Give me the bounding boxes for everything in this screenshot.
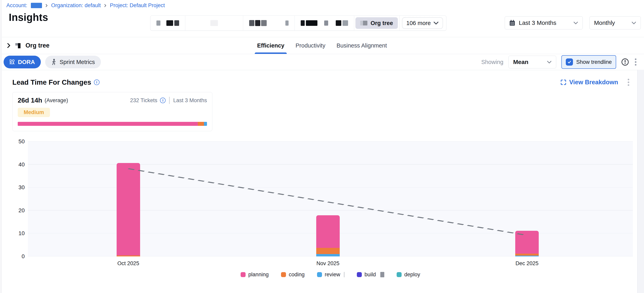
breadcrumb-project-link[interactable]: Project: Default Project	[110, 2, 165, 8]
chevron-down-icon	[632, 21, 636, 24]
page-title: Insights	[9, 11, 48, 23]
x-tick-label: Nov 2025	[316, 260, 340, 267]
header: Account: Organization: default Project: …	[0, 0, 644, 37]
content: Lead Time For Changes i View Breakdown 2…	[0, 77, 644, 293]
expand-corners-icon	[560, 79, 566, 85]
chevron-right-icon[interactable]	[7, 43, 11, 48]
redacted-block	[249, 20, 254, 26]
left-edge-gutter	[0, 0, 2, 293]
filter-group-redacted-3[interactable]	[243, 16, 295, 30]
filter-group-redacted-4[interactable]	[295, 16, 354, 30]
y-tick-label: 30	[18, 184, 25, 191]
metric-kebab-menu[interactable]	[627, 78, 630, 87]
tab-label: Productivity	[296, 42, 326, 49]
summary-qualifier: (Average)	[44, 97, 68, 104]
breadcrumb-account-link[interactable]: Account:	[6, 2, 27, 8]
tab-efficiency[interactable]: Efficiency	[256, 37, 285, 54]
redacted-block	[306, 20, 318, 26]
redacted-block	[380, 272, 384, 277]
redacted-block	[286, 20, 288, 26]
bar-segment-planning[interactable]	[515, 231, 539, 254]
legend-item-coding[interactable]: coding	[281, 272, 305, 278]
redacted-block	[166, 20, 173, 26]
more-filters-button[interactable]: 106 more	[402, 17, 443, 29]
metric-header-row: Lead Time For Changes i View Breakdown	[12, 77, 633, 87]
legend-label: review	[325, 272, 340, 278]
y-tick-label: 20	[18, 207, 25, 214]
legend-item-deploy[interactable]: deploy	[397, 272, 420, 278]
tickets-count: 232 Tickets	[130, 97, 158, 104]
summary-period: Last 3 Months	[173, 97, 207, 104]
org-tree-header[interactable]: Org tree	[7, 42, 50, 49]
legend-swatch-coding	[281, 272, 286, 277]
bar-dec-2025[interactable]	[515, 142, 539, 257]
info-icon[interactable]: i	[160, 98, 166, 103]
y-tick-label: 40	[18, 161, 25, 168]
summary-distribution-bar	[18, 122, 207, 126]
legend-item-build[interactable]: build	[357, 272, 384, 278]
sprint-metrics-pill-button[interactable]: Sprint Metrics	[45, 56, 101, 68]
walking-person-icon	[51, 59, 56, 65]
insights-page: Account: Organization: default Project: …	[0, 0, 644, 293]
filter-chip-org-tree-label: Org tree	[370, 20, 393, 26]
distribution-segment-planning	[18, 122, 198, 126]
filter-group-redacted-2[interactable]	[185, 16, 243, 30]
info-icon[interactable]: i	[94, 79, 100, 85]
metric-title-group: Lead Time For Changes i	[12, 78, 100, 86]
alert-circle-icon[interactable]	[621, 58, 629, 66]
show-trendline-toggle[interactable]: Show trendline	[562, 55, 616, 69]
distribution-segment-review	[204, 122, 207, 126]
y-tick-label: 0	[22, 253, 25, 260]
legend-swatch-deploy	[397, 272, 402, 277]
date-range-select[interactable]: Last 3 Months	[505, 16, 583, 29]
header-selects: Last 3 Months Monthly	[505, 16, 641, 29]
view-breakdown-link[interactable]: View Breakdown	[560, 79, 618, 86]
chevron-down-icon	[434, 21, 438, 25]
tab-label: Business Alignment	[336, 42, 387, 49]
chevron-right-icon	[45, 4, 48, 7]
legend-item-planning[interactable]: planning	[240, 272, 269, 278]
filter-group-redacted-1[interactable]	[150, 16, 185, 30]
summary-value: 26d 14h	[18, 97, 42, 104]
plot-area	[28, 142, 633, 257]
tab-label: Efficiency	[257, 42, 284, 49]
vertical-scrollbar[interactable]	[637, 70, 644, 293]
date-range-value: Last 3 Months	[519, 19, 556, 26]
legend-swatch-review	[317, 272, 322, 277]
legend-label: coding	[289, 272, 305, 278]
aggregation-value: Mean	[513, 59, 528, 65]
org-tree-label: Org tree	[26, 42, 50, 49]
granularity-select[interactable]: Monthly	[590, 16, 641, 29]
aggregation-select[interactable]: Mean	[508, 56, 556, 68]
x-axis: Oct 2025Nov 2025Dec 2025	[28, 257, 633, 269]
y-tick-label: 10	[18, 230, 25, 237]
view-breakdown-label: View Breakdown	[569, 79, 618, 86]
bar-segment-review[interactable]	[316, 254, 340, 257]
bar-segment-coding[interactable]	[515, 254, 539, 256]
bar-segment-planning[interactable]	[116, 163, 140, 256]
x-tick-label: Dec 2025	[516, 260, 538, 267]
toolbar-kebab-menu[interactable]	[634, 58, 637, 66]
tab-productivity[interactable]: Productivity	[295, 37, 326, 54]
breadcrumb-account-redacted	[31, 3, 42, 8]
org-tree-icon	[15, 42, 22, 49]
bar-oct-2025[interactable]	[116, 142, 140, 257]
legend-item-review[interactable]: review	[317, 272, 344, 278]
breadcrumb-organization-link[interactable]: Organization: default	[51, 2, 101, 8]
filter-chip-org-tree[interactable]: Org tree	[356, 17, 398, 29]
legend-swatch-build	[357, 272, 362, 277]
bar-segment-coding[interactable]	[316, 248, 340, 254]
toolbar-right: Showing Mean Show trendline	[481, 55, 637, 69]
checkbox-checked-icon[interactable]	[566, 58, 573, 66]
breadcrumb: Account: Organization: default Project: …	[6, 2, 165, 8]
bar-nov-2025[interactable]	[316, 142, 340, 257]
legend-label: deploy	[404, 272, 420, 278]
chevron-down-icon	[547, 61, 552, 64]
bar-segment-planning[interactable]	[316, 215, 340, 248]
distribution-segment-coding	[198, 122, 204, 126]
redacted-block	[301, 20, 305, 26]
chevron-right-icon	[104, 4, 107, 7]
chart-legend: planningcodingreviewbuilddeploy	[28, 272, 633, 278]
dora-pill-button[interactable]: DORA DORA	[4, 56, 41, 68]
tab-business-alignment[interactable]: Business Alignment	[336, 37, 388, 54]
